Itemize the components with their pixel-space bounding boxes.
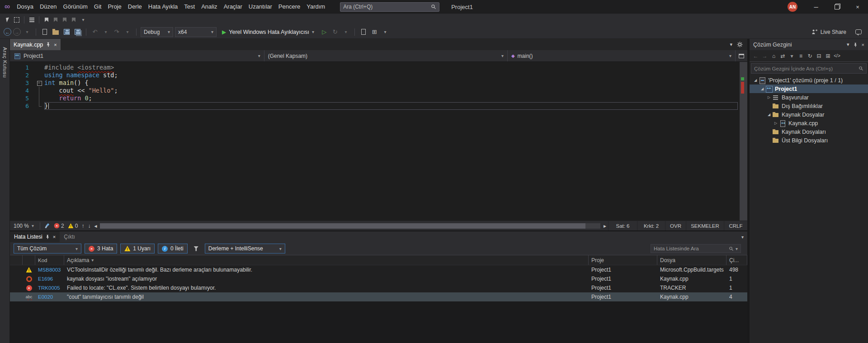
pin-icon[interactable] xyxy=(854,42,858,47)
zoom-dropdown[interactable]: 100 % ▾ xyxy=(10,223,38,229)
code-view-icon[interactable]: </> xyxy=(833,52,841,61)
member-dropdown[interactable]: ◆ main() ▾ xyxy=(508,50,736,61)
menu-yardım[interactable]: Yardım xyxy=(303,0,328,14)
project-dropdown[interactable]: Project1 ▾ xyxy=(10,50,264,61)
code-line-3[interactable]: 3int main() { xyxy=(10,79,740,87)
active-files-chevron-icon[interactable]: ▾ xyxy=(730,42,732,47)
minimize-button[interactable]: ─ xyxy=(806,0,826,14)
navigate-forward-icon[interactable]: → xyxy=(13,28,21,36)
new-file-icon[interactable] xyxy=(40,28,49,37)
home-icon[interactable]: ⌂ xyxy=(769,52,778,61)
bookmark-clear-icon[interactable] xyxy=(70,16,78,24)
pending-changes-filter-icon[interactable]: ≡ xyxy=(797,52,805,61)
error-code[interactable]: TRK0005 xyxy=(35,285,64,291)
code-line-6[interactable]: 6} xyxy=(10,102,740,110)
menu-uzantılar[interactable]: Uzantılar xyxy=(245,0,275,14)
close-icon[interactable]: × xyxy=(53,234,56,240)
scope-filter-dropdown[interactable]: Tüm Çözüm ▾ xyxy=(14,244,81,254)
window-position-chevron-icon[interactable]: ▾ xyxy=(847,42,849,47)
redo-chevron-icon[interactable]: ▾ xyxy=(123,28,132,37)
error-row-E1696[interactable]: E1696kaynak dosyası "iostream" açılamıyo… xyxy=(10,274,747,283)
scope-dropdown[interactable]: (Genel Kapsam) ▾ xyxy=(264,50,508,61)
source-filter-dropdown[interactable]: Derleme + IntelliSense ▾ xyxy=(205,244,285,254)
menu-test[interactable]: Test xyxy=(181,0,198,14)
editor-horizontal-scrollbar[interactable] xyxy=(100,223,600,229)
forward-icon[interactable]: → xyxy=(760,52,769,61)
menu-analiz[interactable]: Analiz xyxy=(198,0,220,14)
menu-hata-ayıkla[interactable]: Hata Ayıkla xyxy=(145,0,181,14)
error-list-search-box[interactable]: Hata Listesinde Ara ▾ xyxy=(651,244,741,253)
solution-explorer-search-box[interactable]: Çözüm Gezgini İçinde Ara (Ctrl+ş) xyxy=(751,63,867,74)
error-row-TRK0005[interactable]: TRK0005Failed to locate: "CL.exe". Siste… xyxy=(10,283,747,292)
menu-dosya[interactable]: Dosya xyxy=(14,0,37,14)
user-avatar[interactable]: AN xyxy=(788,2,797,12)
block-selection-icon[interactable] xyxy=(13,16,21,24)
warnings-filter-button[interactable]: 1 Uyarı xyxy=(120,244,155,254)
tree-item-üst-bilgi-dosyaları[interactable]: Üst Bilgi Dosyaları xyxy=(750,136,868,145)
navigation-chevron-icon[interactable]: ▾ xyxy=(23,28,32,37)
error-code[interactable]: E0020 xyxy=(35,294,64,300)
menu-düzen[interactable]: Düzen xyxy=(37,0,60,14)
redo-icon[interactable]: ↷ xyxy=(112,28,121,37)
hot-reload-chevron-icon[interactable]: ▾ xyxy=(341,28,350,37)
start-without-debugging-icon[interactable]: ▷ xyxy=(320,28,329,37)
errors-filter-button[interactable]: 3 Hata xyxy=(85,244,117,254)
feedback-icon[interactable] xyxy=(855,29,862,34)
hot-reload-icon[interactable]: ↻ xyxy=(330,28,340,37)
pin-icon[interactable] xyxy=(46,42,51,47)
solution-platform-dropdown[interactable]: x64 ▾ xyxy=(175,27,217,37)
error-row-E0020[interactable]: abcE0020"cout" tanımlayıcısı tanımlı değ… xyxy=(10,292,747,301)
live-share-button[interactable]: Live Share xyxy=(811,29,868,35)
error-code[interactable]: E1696 xyxy=(35,276,64,282)
toolbar-overflow-chevron-icon[interactable]: ▾ xyxy=(79,15,88,24)
menu-proje[interactable]: Proje xyxy=(104,0,124,14)
next-issue-arrow-icon[interactable]: ↓ xyxy=(86,223,92,229)
quick-search-box[interactable]: Ara (Ctrl+Q) xyxy=(340,2,439,12)
expander-icon[interactable]: ▷ xyxy=(773,121,779,125)
tree-item-kaynak.cpp[interactable]: ▷Kaynak.cpp xyxy=(750,119,868,127)
solution-explorer-title-bar[interactable]: Çözüm Gezgini ▾ × xyxy=(750,39,868,50)
panel-window-chevron-icon[interactable]: ▾ xyxy=(741,235,744,240)
tree-item-project1[interactable]: ◢Project1 xyxy=(750,85,868,93)
error-row-MSB8003[interactable]: MSB8003VCToolsInstallDir özelliği tanıml… xyxy=(10,265,747,274)
chevron-down-icon[interactable]: ▾ xyxy=(788,52,796,61)
menu-git[interactable]: Git xyxy=(91,0,105,14)
find-in-files-icon[interactable] xyxy=(359,28,368,37)
pin-icon[interactable] xyxy=(46,235,50,239)
bookmark-next-icon[interactable] xyxy=(61,16,69,24)
bookmark-previous-icon[interactable] xyxy=(52,16,60,24)
code-editor-surface[interactable]: 1#include <iostream>2using namespace std… xyxy=(10,62,740,221)
command-window-icon[interactable]: ⊞ xyxy=(370,28,379,37)
editor-vertical-scrollbar[interactable] xyxy=(740,62,747,221)
switch-views-icon[interactable]: ⇄ xyxy=(778,52,787,61)
start-debugging-button[interactable]: ▶ Yerel Windows Hata Ayıklayıcısı ▾ xyxy=(218,27,318,38)
tree-item-başvurular[interactable]: ▷Başvurular xyxy=(750,93,868,102)
code-line-2[interactable]: 2using namespace std; xyxy=(10,71,740,79)
bookmark-toggle-icon[interactable] xyxy=(42,16,51,24)
undo-chevron-icon[interactable]: ▾ xyxy=(101,28,110,37)
navigate-backward-icon[interactable]: ← xyxy=(4,28,11,36)
header-description[interactable]: Açıklama ▾ xyxy=(64,255,589,265)
undo-icon[interactable]: ↶ xyxy=(90,28,99,37)
scrollbar-thumb[interactable] xyxy=(100,223,585,229)
chevron-down-icon[interactable]: ▾ xyxy=(736,246,738,251)
menu-görünüm[interactable]: Görünüm xyxy=(60,0,91,14)
show-all-files-icon[interactable]: ⊞ xyxy=(824,52,832,61)
previous-issue-arrow-icon[interactable]: ↑ xyxy=(80,223,86,229)
tab-output[interactable]: Çıktı xyxy=(60,231,79,242)
document-warning-count[interactable]: 0 xyxy=(66,223,80,229)
close-button[interactable]: × xyxy=(847,0,868,14)
collapse-all-icon[interactable]: ⊟ xyxy=(815,52,823,61)
code-line-1[interactable]: 1#include <iostream> xyxy=(10,64,740,71)
header-file[interactable]: Dosya xyxy=(657,255,726,265)
error-code[interactable]: MSB8003 xyxy=(35,267,64,273)
restore-button[interactable] xyxy=(826,0,847,14)
tab-error-list[interactable]: Hata Listesi × xyxy=(10,231,60,242)
back-icon[interactable]: ← xyxy=(751,52,760,61)
split-window-icon[interactable] xyxy=(736,50,747,61)
close-icon[interactable]: × xyxy=(54,42,57,47)
refresh-icon[interactable]: ↻ xyxy=(806,52,814,61)
solution-configuration-dropdown[interactable]: Debug ▾ xyxy=(141,27,173,37)
header-severity[interactable] xyxy=(23,255,35,265)
tree-item-dış-bağımlılıklar[interactable]: Dış Bağımlılıklar xyxy=(750,102,868,110)
